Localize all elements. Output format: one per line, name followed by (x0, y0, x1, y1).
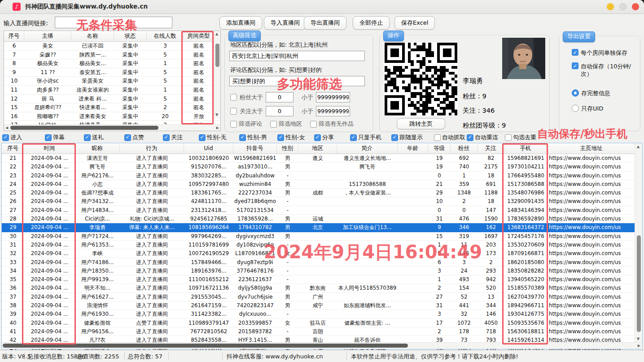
filter-toggle[interactable]: 送礼 (84, 133, 104, 141)
main-table-row[interactable]: 342024-09-04 ...用户18350...进入了直播间18916397… (2, 267, 642, 275)
room-column-header[interactable]: 序号 (4, 31, 24, 41)
room-table-row[interactable]: 16熊嘟嘟??进来看美女采集中20开放 (4, 112, 220, 121)
room-scroll-thumb[interactable] (215, 44, 219, 67)
filter-toggle[interactable]: 勾选去重 (505, 133, 536, 141)
export-radio[interactable]: 存完整信息 (572, 89, 635, 97)
main-table-row[interactable]: 362024-09-04 ...明天不知...进入了直播间10971672113… (2, 284, 642, 292)
fans-min-input[interactable] (266, 92, 294, 102)
fans-max-input[interactable] (316, 92, 350, 102)
room-column-header[interactable]: 状态 (114, 31, 147, 41)
filter-toggle[interactable]: 点赞 (124, 133, 144, 141)
main-column-header[interactable]: Uid (184, 143, 233, 154)
main-column-header[interactable]: 地区 (298, 143, 337, 154)
export-checkbox[interactable]: 每个房间单独保存 (572, 49, 635, 57)
room-table-row[interactable]: 15是妍希吖??快进来看...采集中2匿名 (4, 103, 220, 112)
filter-toggle[interactable]: 性别-女 (277, 133, 305, 141)
main-table-row[interactable]: 272024-09-04 ...用户14834...进入了直播间23131241… (2, 206, 642, 215)
room-table-row[interactable]: 911 ??泰安第五...采集中5匿名 (4, 68, 220, 77)
main-table-row[interactable]: 352024-09-04 ...用户99139...进入了直播间11100165… (2, 275, 642, 284)
room-horizontal-scrollbar[interactable]: ◀ ▶ (4, 124, 220, 131)
main-table-row[interactable]: 312024-09-04 ...用户61353...进入了直播间11015978… (2, 241, 642, 249)
main-table-row[interactable]: 332024-09-04 ...用户74186...进入了直播间15784946… (2, 258, 642, 267)
filter-toggle[interactable]: 性别-无 (199, 133, 227, 141)
main-table-row[interactable]: 232024-09-04 ...用户62176...进入了直播间38303228… (2, 172, 642, 180)
main-column-header[interactable]: 昵称 (75, 143, 120, 154)
room-table-row[interactable]: 6美女已读不回采集中3匿名 (4, 42, 220, 51)
follow-max-input[interactable] (316, 106, 350, 116)
filter-toggle[interactable]: 自动抓取 (434, 133, 465, 141)
main-column-header[interactable]: 等级 (428, 143, 451, 154)
main-horizontal-scrollbar[interactable]: ▶ (2, 342, 642, 349)
main-table-row[interactable]: 322024-09-04 ...李峡进入了直播间100726190529L187… (2, 249, 642, 258)
minimize-button[interactable] (607, 3, 614, 10)
main-table-row[interactable]: 382024-09-04 ...浪漫情怀进入了直播间261647159...74… (2, 301, 642, 310)
room-table-row[interactable]: 8极品美女极品美女...采集中1匿名 (4, 59, 220, 68)
follow-min-input[interactable] (266, 106, 294, 116)
region-match-input[interactable] (229, 51, 365, 61)
filter-toggle[interactable]: 关注 (163, 133, 183, 141)
filter-toggle[interactable]: 性别-男 (239, 133, 267, 141)
room-table-row[interactable]: 10张小诗sc笨蛋美女采集中5匿名 (4, 77, 220, 86)
main-vertical-scrollbar[interactable]: ▲ ▼ (635, 143, 642, 343)
filter-toggle[interactable]: 分享 (314, 133, 334, 141)
filter-toggle[interactable]: 只显手机 (350, 133, 381, 141)
room-hscroll-thumb[interactable] (10, 126, 158, 130)
save-excel-button[interactable]: 保存Excel (394, 16, 435, 30)
scroll-right-icon[interactable]: ▶ (638, 344, 640, 348)
main-table-row[interactable]: 212024-09-04 ...潇洒王哥进入了直播间100321806920W1… (2, 154, 642, 163)
maximize-button[interactable] (619, 3, 626, 10)
room-table-row[interactable]: 11肉多多??这美女谁家的采集中1匿名 (4, 86, 220, 95)
filter-option[interactable]: 筛选地区 (270, 120, 302, 128)
scroll-left-icon[interactable]: ◀ (5, 126, 8, 130)
main-table-row[interactable]: 392024-09-04 ...用户61930...进入了直播间31142338… (2, 310, 642, 318)
room-link-input[interactable] (55, 17, 172, 28)
main-table-row[interactable]: 292024-09-04 ...李瑞勇弹幕: 来人来人来...108185696… (2, 223, 642, 232)
follow-greater-checkbox[interactable] (230, 108, 237, 115)
room-column-header[interactable]: 名称 (71, 31, 114, 41)
main-table-row[interactable]: 372024-09-04 ...用户61627...进入了直播间29155304… (2, 293, 642, 301)
comment-match-input[interactable] (229, 76, 365, 86)
room-column-header[interactable]: 房间类型 (184, 31, 214, 41)
main-table-row[interactable]: 402024-09-04 ...健豪烩面馆点赞了直播间1109893791472… (2, 319, 642, 327)
scroll-down-icon[interactable]: ▼ (215, 113, 218, 117)
add-room-button[interactable]: 添加直播间 (219, 16, 262, 30)
room-column-header[interactable]: 在线人数 (147, 31, 184, 41)
room-column-header[interactable]: 主播 (24, 31, 71, 41)
filter-toggle[interactable]: 进入 (2, 133, 22, 141)
main-column-header[interactable]: 手机 (504, 143, 547, 154)
main-column-header[interactable]: 行为 (120, 143, 184, 154)
main-column-header[interactable]: 粉丝 (451, 143, 478, 154)
export-checkbox[interactable]: 自动保存（10分钟/次） (572, 62, 635, 78)
filter-toggle[interactable]: 弹幕 (45, 133, 65, 141)
main-table-row[interactable]: 242024-09-04 ...小志进入了直播间109572997480wuzh… (2, 180, 642, 189)
export-rooms-button[interactable]: 导出直播间 (304, 16, 346, 30)
main-column-header[interactable]: 主页地址 (547, 143, 636, 154)
export-radio[interactable]: 只存UID (572, 105, 635, 112)
jump-home-button[interactable]: 跳转主页 (397, 118, 445, 129)
main-column-header[interactable]: 简介 (337, 143, 398, 154)
import-rooms-button[interactable]: 导入直播间 (264, 16, 307, 30)
main-column-header[interactable]: 时间 (24, 143, 75, 154)
main-table-row[interactable]: 222024-09-04 ...腾飞哥进入了直播间915207076...as1… (2, 163, 642, 171)
main-table-row[interactable]: 282024-09-04 ...Cici的凉...礼物: Cici的凉城...9… (2, 215, 642, 223)
main-column-header[interactable]: 关注 (478, 143, 504, 154)
filter-toggle[interactable]: 自动重连 (467, 133, 498, 141)
room-vertical-scrollbar[interactable]: ▲ ▼ (214, 31, 220, 118)
main-table-row[interactable]: 302024-09-04 ...用户71724...进入了直播间99796426… (2, 232, 642, 241)
scroll-right-icon[interactable]: ▶ (216, 126, 219, 130)
main-table-row[interactable]: 252024-09-04 ...低调??想事成进入了直播间183361765..… (2, 189, 642, 197)
main-hscroll-thumb[interactable] (3, 344, 408, 348)
main-column-header[interactable]: 性别 (277, 143, 298, 154)
main-column-header[interactable]: 序号 (2, 143, 24, 154)
filter-option[interactable]: 筛选有无作品 (310, 120, 354, 128)
room-table-row[interactable]: 7朵媛??陕西第一...采集中5匿名 (4, 51, 220, 60)
main-table-row[interactable]: 262024-09-04 ...用户34132...进入了直播间42481117… (2, 197, 642, 206)
scroll-up-icon[interactable]: ▲ (215, 32, 218, 36)
main-column-header[interactable]: 抖音号 (233, 143, 277, 154)
filter-toggle[interactable]: 跟随显示 (391, 133, 423, 141)
close-button[interactable] (632, 3, 639, 10)
filter-option[interactable]: 筛选评论 (230, 120, 262, 128)
scroll-down-icon[interactable]: ▼ (637, 337, 640, 341)
main-scroll-thumb[interactable] (637, 235, 641, 332)
main-table-row[interactable]: 412024-09-04 ...用户96156...进入了直播间76772810… (2, 327, 642, 336)
